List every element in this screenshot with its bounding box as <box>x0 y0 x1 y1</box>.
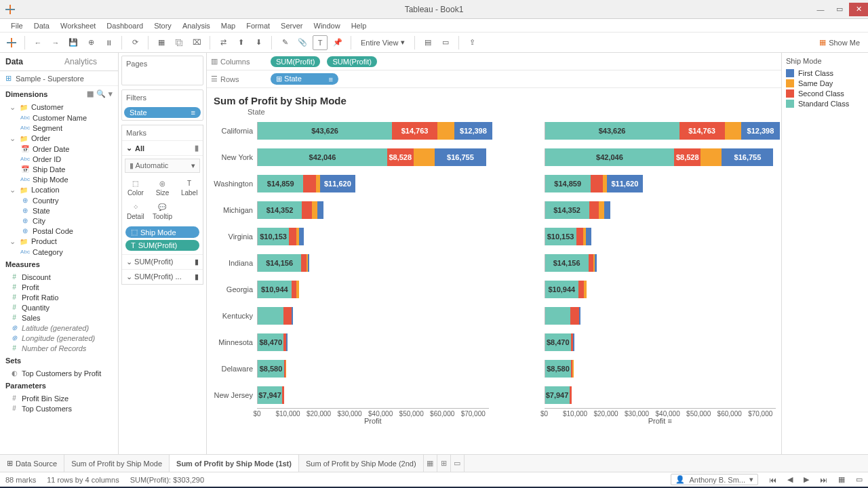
duplicate-button[interactable]: ⿻ <box>172 35 186 50</box>
bar-area[interactable]: $14,352 <box>545 201 776 219</box>
filter-pill-state[interactable]: State≡ <box>124 107 201 118</box>
bar-segment[interactable] <box>578 281 584 298</box>
menu-data[interactable]: Data <box>28 20 55 31</box>
new-dashboard-button[interactable]: ⊞ <box>437 455 451 472</box>
group-button[interactable]: 📎 <box>295 35 310 50</box>
bar-segment[interactable]: $14,859 <box>258 175 303 192</box>
viz-title[interactable]: Sum of Profit by Ship Mode <box>212 92 776 108</box>
bar-segment[interactable] <box>258 307 283 325</box>
bar-segment[interactable]: $14,352 <box>258 201 302 219</box>
fit-selector[interactable]: Entire View▾ <box>357 37 409 48</box>
bar-segment[interactable] <box>701 148 722 166</box>
menu-analysis[interactable]: Analysis <box>177 20 216 31</box>
bar-area[interactable]: $10,944 <box>545 281 776 298</box>
sheet-tab[interactable]: Sum of Profit by Ship Mode <box>64 455 170 472</box>
bar-segment[interactable]: $14,156 <box>545 254 589 272</box>
menu-server[interactable]: Server <box>275 20 308 31</box>
marks-axis-1[interactable]: ⌄ SUM(Profit)▮ <box>122 254 203 269</box>
pause-button[interactable]: ⏸ <box>101 35 116 50</box>
bar-segment[interactable]: $10,944 <box>258 281 292 298</box>
bar-segment[interactable]: $43,626 <box>258 122 392 140</box>
share-button[interactable]: ⇪ <box>465 35 479 50</box>
tableau-logo-button[interactable] <box>4 35 19 50</box>
bar-segment[interactable] <box>296 281 299 298</box>
menu-worksheet[interactable]: Worksheet <box>55 20 101 31</box>
bar-area[interactable]: $14,859$11,620 <box>545 175 776 192</box>
bar-segment[interactable] <box>579 307 580 325</box>
measure-profit-ratio[interactable]: #Profit Ratio <box>0 292 118 302</box>
bar-segment[interactable]: $11,620 <box>607 175 643 192</box>
dim-ship-date[interactable]: 📅Ship Date <box>0 164 118 174</box>
redo-button[interactable]: → <box>48 35 63 50</box>
dim-order-date[interactable]: 📅Order Date <box>0 144 118 154</box>
param-item[interactable]: #Top Customers <box>0 403 118 413</box>
nav-last-icon[interactable]: ⏭ <box>820 476 827 484</box>
legend-item[interactable]: Same Day <box>786 78 864 88</box>
new-sheet-button[interactable]: ▦ <box>154 35 169 50</box>
nav-prev-icon[interactable]: ◀ <box>787 475 793 484</box>
save-button[interactable]: 💾 <box>66 35 81 50</box>
bar-segment[interactable]: $8,528 <box>674 148 701 166</box>
bar-segment[interactable]: $8,580 <box>545 360 572 378</box>
bar-segment[interactable]: $14,859 <box>545 175 591 192</box>
bar-area[interactable]: $8,470 <box>257 333 489 351</box>
swap-button[interactable]: ⇄ <box>216 35 231 50</box>
bar-segment[interactable] <box>589 201 599 219</box>
bar-segment[interactable]: $14,352 <box>545 201 589 219</box>
legend-item[interactable]: First Class <box>786 68 864 78</box>
bar-segment[interactable] <box>570 386 572 404</box>
view-tabs-icon[interactable]: ▦ <box>838 475 845 484</box>
menu-icon[interactable]: ▾ <box>108 89 113 98</box>
measure-latitude--generated-[interactable]: ⊕Latitude (generated) <box>0 323 118 333</box>
bar-segment[interactable] <box>725 122 742 140</box>
presentation-button[interactable]: ▭ <box>438 35 453 50</box>
bar-area[interactable]: $8,470 <box>545 333 776 351</box>
bar-area[interactable]: $42,046$8,528$16,755 <box>545 148 776 166</box>
bar-segment[interactable] <box>289 228 296 245</box>
bar-area[interactable]: $42,046$8,528$16,755 <box>257 148 489 166</box>
bar-area[interactable]: $10,153 <box>545 228 776 245</box>
bar-segment[interactable]: $14,763 <box>679 122 725 140</box>
bar-segment[interactable] <box>312 201 317 219</box>
dim-order-id[interactable]: AbcOrder ID <box>0 154 118 164</box>
bar-segment[interactable] <box>292 281 297 298</box>
bar-segment[interactable] <box>317 201 323 219</box>
nav-first-icon[interactable]: ⏮ <box>769 476 776 484</box>
pill-shipmode[interactable]: ⬚Ship Mode <box>125 226 199 238</box>
bar-segment[interactable]: $10,153 <box>258 228 289 245</box>
tab-data[interactable]: Data <box>0 53 59 70</box>
dim-state[interactable]: ⊕State <box>0 205 118 216</box>
new-story-button[interactable]: ▭ <box>451 455 465 472</box>
bar-segment[interactable]: $10,944 <box>545 281 579 298</box>
marks-detail[interactable]: ⁘Detail <box>122 199 149 223</box>
cards-button[interactable]: ▤ <box>420 35 435 50</box>
close-button[interactable]: ✕ <box>849 3 868 16</box>
bar-segment[interactable]: $10,153 <box>545 228 576 245</box>
sheet-tab[interactable]: Sum of Profit by Ship Mode (1st) <box>170 455 299 472</box>
marks-tooltip[interactable]: 💬Tooltip <box>149 199 176 223</box>
bar-segment[interactable] <box>283 307 292 325</box>
dim-customer-name[interactable]: AbcCustomer Name <box>0 113 118 123</box>
bar-segment[interactable]: $8,580 <box>258 360 284 378</box>
dim-postal-code[interactable]: ⊕Postal Code <box>0 226 118 236</box>
bar-segment[interactable] <box>586 228 591 245</box>
pill-sumprofit[interactable]: TSUM(Profit) <box>125 240 199 251</box>
menu-story[interactable]: Story <box>149 20 177 31</box>
minimize-button[interactable]: — <box>811 3 830 16</box>
dim-segment[interactable]: AbcSegment <box>0 123 118 133</box>
col-pill-1[interactable]: SUM(Profit) <box>271 56 320 67</box>
bar-segment[interactable] <box>303 175 315 192</box>
bar-segment[interactable]: $42,046 <box>545 148 675 166</box>
pin-button[interactable]: 📌 <box>330 35 345 50</box>
bar-segment[interactable] <box>286 333 288 351</box>
showme-button[interactable]: ▦Show Me <box>815 37 864 48</box>
bar-segment[interactable] <box>584 281 587 298</box>
pages-card[interactable]: Pages <box>121 56 203 85</box>
bar-segment[interactable] <box>282 386 284 404</box>
bar-segment[interactable] <box>299 228 304 245</box>
datasource-tab[interactable]: ⊞Data Source <box>0 455 64 472</box>
marks-label[interactable]: TLabel <box>176 176 203 199</box>
bar-segment[interactable]: $42,046 <box>258 148 387 166</box>
bar-area[interactable] <box>257 307 489 325</box>
marks-all-toggle[interactable]: ⌄All▮ <box>122 140 203 156</box>
